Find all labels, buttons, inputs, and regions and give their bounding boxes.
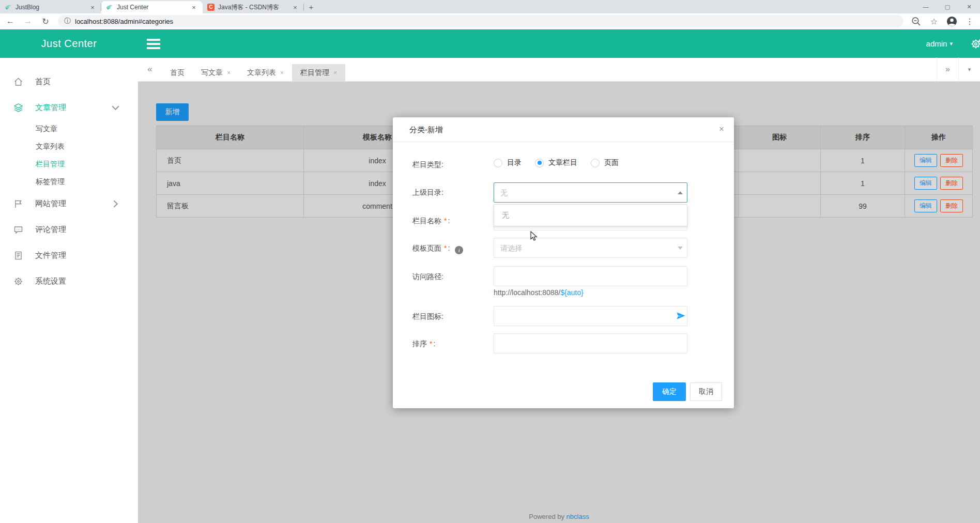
info-icon[interactable]: i [455, 246, 463, 254]
close-button[interactable]: ✕ [958, 0, 980, 13]
send-plane-icon[interactable] [676, 311, 686, 321]
add-category-modal: 分类-新增 × 栏目类型: 目录 文章栏目 [393, 117, 734, 408]
scroll-tabs-right-icon[interactable]: » [937, 57, 958, 81]
new-tab-button[interactable]: + [304, 1, 318, 13]
field-label-name: 栏目名称*: [412, 216, 450, 226]
comment-icon [13, 225, 23, 235]
sidebar-item-label: 系统设置 [35, 276, 66, 286]
chevron-right-icon [111, 199, 120, 209]
scroll-tabs-left-icon[interactable]: « [138, 57, 162, 81]
radio-label: 页面 [604, 158, 619, 167]
browser-tab-justcenter[interactable]: Just Center × [101, 1, 203, 13]
sidebar-item-tag-manage[interactable]: 标签管理 [0, 173, 138, 191]
category-icon-input[interactable] [494, 306, 687, 326]
username: admin [926, 39, 947, 48]
modal-close-icon[interactable]: × [719, 124, 724, 134]
browser-tab-title: JustBlog [16, 4, 85, 11]
cancel-button[interactable]: 取消 [690, 382, 722, 401]
tab-close-icon[interactable]: × [88, 4, 97, 11]
tab-close-icon[interactable]: × [291, 4, 299, 11]
radio-icon [591, 159, 600, 167]
select-arrow-up-icon [678, 191, 683, 194]
chevron-down-icon [111, 103, 120, 113]
sidebar-item-category-manage[interactable]: 栏目管理 [0, 156, 138, 173]
modal-title: 分类-新增 [393, 117, 734, 142]
radio-icon [494, 159, 502, 167]
sort-order-input[interactable] [494, 333, 687, 353]
confirm-button[interactable]: 确定 [653, 382, 686, 401]
sidebar-item-articles[interactable]: 文章管理 [0, 95, 138, 120]
bookmark-star-icon[interactable]: ☆ [929, 17, 939, 26]
address-bar[interactable]: ⓘ localhost:8088/admin#categories [58, 15, 904, 27]
sidebar-item-label: 评论管理 [35, 225, 66, 235]
tabbar-right-controls: » ▾ [937, 57, 980, 81]
screen: JustBlog × Just Center × C Java博客 - CSDN… [0, 0, 980, 523]
tab-close-icon[interactable]: × [280, 69, 284, 76]
tab-close-icon[interactable]: × [227, 69, 231, 76]
radio-directory[interactable]: 目录 [494, 158, 522, 167]
window-controls: — ▢ ✕ [915, 0, 980, 13]
sidebar-sub-label: 栏目管理 [36, 160, 65, 169]
template-page-select[interactable] [494, 238, 687, 258]
browser-tab-csdn[interactable]: C Java博客 - CSDN博客 × [203, 1, 304, 13]
select-arrow-down-icon [678, 247, 683, 250]
minimize-button[interactable]: — [915, 0, 937, 13]
content-tab-article-list[interactable]: 文章列表 × [239, 64, 292, 81]
content-tab-label: 栏目管理 [300, 68, 329, 78]
sidebar-sub-label: 写文章 [36, 125, 57, 134]
access-path-input[interactable] [494, 266, 687, 286]
sidebar-item-home[interactable]: 首页 [0, 69, 138, 95]
hamburger-menu-icon[interactable] [147, 39, 160, 49]
sidebar-item-file-manage[interactable]: 文件管理 [0, 242, 138, 268]
profile-avatar-icon[interactable] [946, 16, 957, 27]
maximize-button[interactable]: ▢ [937, 0, 958, 13]
content-tab-label: 写文章 [201, 68, 223, 78]
site-info-icon[interactable]: ⓘ [64, 17, 71, 26]
sidebar-item-article-list[interactable]: 文章列表 [0, 138, 138, 156]
parent-dropdown-panel: 无 [494, 204, 687, 226]
content-tab-home[interactable]: 首页 [162, 64, 193, 81]
content-tab-write[interactable]: 写文章 × [193, 64, 239, 81]
field-label-path: 访问路径: [412, 271, 443, 282]
user-dropdown[interactable]: admin ▾ [926, 39, 953, 48]
sidebar-item-site-manage[interactable]: 网站管理 [0, 191, 138, 217]
justblog-favicon-icon [5, 4, 12, 11]
sidebar-item-system-settings[interactable]: 系统设置 [0, 268, 138, 294]
radio-page[interactable]: 页面 [591, 158, 619, 167]
tab-close-icon[interactable]: × [190, 4, 198, 11]
radio-label: 目录 [507, 158, 522, 167]
flag-icon [13, 199, 23, 209]
dropdown-option-none[interactable]: 无 [502, 211, 509, 220]
field-label-type: 栏目类型: [412, 159, 443, 170]
category-type-radios: 目录 文章栏目 页面 [494, 158, 619, 167]
path-helper-text: http://localhost:8088/${auto} [494, 288, 584, 297]
browser-menu-icon[interactable]: ⋮ [964, 17, 975, 26]
sidebar-sub-label: 文章列表 [36, 142, 65, 151]
tab-close-icon[interactable]: × [333, 69, 337, 76]
browser-tab-justblog[interactable]: JustBlog × [0, 1, 101, 13]
sidebar-item-comment-manage[interactable]: 评论管理 [0, 217, 138, 242]
content-tab-category[interactable]: 栏目管理 × [292, 64, 345, 81]
browser-urlbar: ← → ↻ ⓘ localhost:8088/admin#categories … [0, 13, 980, 29]
zoom-icon[interactable] [911, 16, 922, 27]
sidebar: 首页 文章管理 写文章 文章列表 栏目管理 标签管理 网站管理 评论管理 文件管… [0, 58, 138, 523]
back-icon[interactable]: ← [5, 17, 16, 26]
url-text: localhost:8088/admin#categories [75, 18, 173, 25]
sidebar-item-write-article[interactable]: 写文章 [0, 120, 138, 138]
mouse-cursor [530, 231, 539, 241]
file-icon [13, 251, 23, 260]
main-area: « 首页 写文章 × 文章列表 × 栏目管理 × » ▾ 新增 [138, 58, 980, 523]
header-right: admin ▾ [926, 37, 980, 51]
sidebar-item-label: 文章管理 [35, 103, 66, 113]
tab-menu-icon[interactable]: ▾ [958, 57, 980, 81]
sidebar-sub-label: 标签管理 [36, 177, 65, 187]
browser-tabstrip: JustBlog × Just Center × C Java博客 - CSDN… [0, 0, 980, 13]
forward-icon[interactable]: → [23, 17, 33, 26]
content-tab-label: 文章列表 [247, 68, 276, 78]
sidebar-item-label: 文件管理 [35, 251, 66, 260]
reload-icon[interactable]: ↻ [40, 17, 51, 26]
settings-gears-icon[interactable] [970, 37, 980, 51]
sidebar-item-label: 首页 [35, 77, 51, 87]
parent-directory-select[interactable] [494, 182, 687, 203]
radio-article-category[interactable]: 文章栏目 [535, 158, 577, 167]
